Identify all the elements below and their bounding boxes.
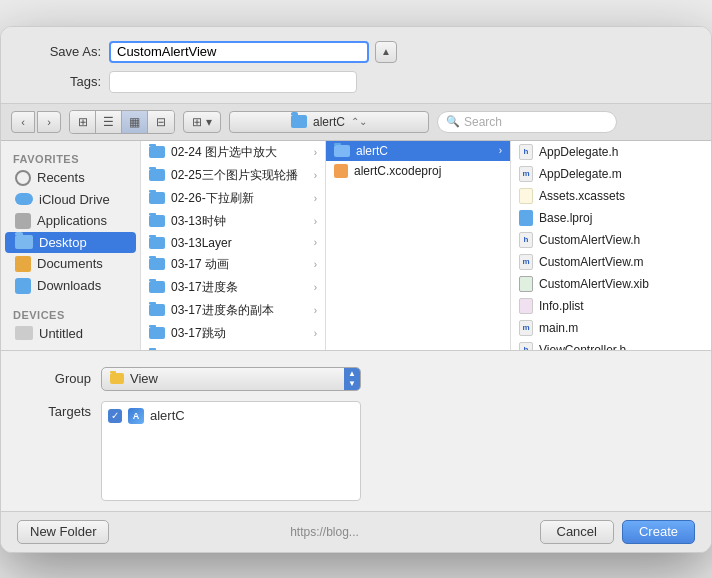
column-view-button[interactable]: ▦ [122, 111, 148, 133]
target-checkbox[interactable]: ✓ [108, 409, 122, 423]
list-item[interactable]: h ViewController.h [511, 339, 696, 350]
downloads-icon [15, 278, 31, 294]
sidebar-item-desktop[interactable]: Desktop [5, 232, 136, 253]
bottom-section: Group View ▲ ▼ Targets ✓ A [1, 351, 711, 511]
coverflow-icon: ⊟ [156, 115, 166, 129]
list-item[interactable]: alertC.xcodeproj [326, 161, 510, 181]
sidebar-item-recents[interactable]: Recents [5, 167, 136, 189]
list-item[interactable]: 03-13Layer › [141, 233, 325, 253]
footer: New Folder https://blog... Cancel Create [1, 511, 711, 552]
tags-label: Tags: [21, 74, 101, 89]
list-item[interactable]: 02-24 图片选中放大 › [141, 141, 325, 164]
devices-label: Devices [1, 305, 140, 323]
location-folder-icon [291, 115, 307, 128]
location-arrows-icon: ⌃⌄ [351, 116, 367, 127]
list-item[interactable]: 03-17进度条 › [141, 276, 325, 299]
list-item[interactable]: m main.m [511, 317, 696, 339]
list-item[interactable]: h CustomAlertView.h [511, 229, 696, 251]
list-item[interactable]: m CustomAlertView.m [511, 251, 696, 273]
list-item[interactable]: 02-25三个图片实现轮播 › [141, 164, 325, 187]
sidebar-item-documents[interactable]: Documents [5, 253, 136, 275]
list-item[interactable]: Assets.xcassets [511, 185, 696, 207]
forward-button[interactable]: › [37, 111, 61, 133]
sidebar-item-downloads[interactable]: Downloads [5, 275, 136, 297]
folder-icon [149, 192, 165, 204]
list-item[interactable]: 03-17 动画 › [141, 253, 325, 276]
sidebar-item-label: Recents [37, 170, 85, 185]
sidebar-item-icloud[interactable]: iCloud Drive [5, 189, 136, 210]
group-label: Group [21, 371, 91, 386]
h-file-icon: h [519, 232, 533, 248]
file-column-1: 02-24 图片选中放大 › 02-25三个图片实现轮播 › 02-26-下拉刷… [141, 141, 326, 350]
file-item-name: 03-17进度条的副本 [171, 302, 308, 319]
xib-icon [519, 276, 533, 292]
group-row: Group View ▲ ▼ [21, 367, 691, 391]
file-item-name: AppDelegate.m [539, 167, 688, 181]
arrange-button[interactable]: ⊞ ▾ [183, 111, 221, 133]
sidebar-item-label: Desktop [39, 235, 87, 250]
h-file-icon: h [519, 342, 533, 350]
list-item[interactable]: 03-19图形解锁 › [141, 345, 325, 350]
list-view-button[interactable]: ☰ [96, 111, 122, 133]
group-select[interactable]: View ▲ ▼ [101, 367, 361, 391]
grid-icon: ⊞ [78, 115, 88, 129]
recents-icon [15, 170, 31, 186]
disclosure-arrow-icon: › [314, 170, 317, 181]
folder-icon [149, 146, 165, 158]
new-folder-button[interactable]: New Folder [17, 520, 109, 544]
list-item[interactable]: alertC › [326, 141, 510, 161]
create-button[interactable]: Create [622, 520, 695, 544]
tags-input[interactable] [109, 71, 357, 93]
list-item[interactable]: Info.plist [511, 295, 696, 317]
top-bar: Save As: ▲ Tags: [1, 27, 711, 104]
list-item[interactable]: CustomAlertView.xib [511, 273, 696, 295]
documents-icon [15, 256, 31, 272]
file-browser: Favorites Recents iCloud Drive Applicati… [1, 141, 711, 351]
location-text: alertC [313, 115, 345, 129]
file-columns: 02-24 图片选中放大 › 02-25三个图片实现轮播 › 02-26-下拉刷… [141, 141, 711, 350]
list-item[interactable]: 03-17进度条的副本 › [141, 299, 325, 322]
disclosure-arrow-icon: › [314, 305, 317, 316]
footer-right-buttons: Cancel Create [540, 520, 696, 544]
desktop-folder-icon [15, 235, 33, 249]
cancel-button[interactable]: Cancel [540, 520, 614, 544]
list-item[interactable]: Base.lproj [511, 207, 696, 229]
save-as-input[interactable] [109, 41, 369, 63]
coverflow-view-button[interactable]: ⊟ [148, 111, 174, 133]
location-selector[interactable]: alertC ⌃⌄ [229, 111, 429, 133]
list-item[interactable]: 03-13时钟 › [141, 210, 325, 233]
search-box[interactable]: 🔍 Search [437, 111, 617, 133]
xcode-target-icon: A [128, 408, 144, 424]
file-item-name: Info.plist [539, 299, 688, 313]
icon-view-button[interactable]: ⊞ [70, 111, 96, 133]
sidebar-item-label: iCloud Drive [39, 192, 110, 207]
back-button[interactable]: ‹ [11, 111, 35, 133]
file-item-name: Base.lproj [539, 211, 688, 225]
folder-icon [149, 169, 165, 181]
folder-icon [149, 281, 165, 293]
xcassets-icon [519, 188, 533, 204]
sidebar-item-applications[interactable]: Applications [5, 210, 136, 232]
target-item: ✓ A alertC [108, 406, 354, 426]
m-file-icon: m [519, 320, 533, 336]
group-select-text: View [130, 371, 338, 386]
file-item-name: CustomAlertView.m [539, 255, 688, 269]
list-item[interactable]: 03-17跳动 › [141, 322, 325, 345]
sidebar-item-label: Applications [37, 213, 107, 228]
file-item-name: 03-19图形解锁 [171, 348, 308, 350]
list-item[interactable]: 02-26-下拉刷新 › [141, 187, 325, 210]
applications-icon [15, 213, 31, 229]
list-item[interactable]: h AppDelegate.h [511, 141, 696, 163]
disclosure-arrow-icon: › [314, 237, 317, 248]
column-icon: ▦ [129, 115, 140, 129]
m-file-icon: m [519, 254, 533, 270]
sidebar-item-untitled[interactable]: Untitled [5, 323, 136, 344]
file-item-name: Assets.xcassets [539, 189, 688, 203]
list-item[interactable]: m AppDelegate.m [511, 163, 696, 185]
disclosure-arrow-icon: › [314, 259, 317, 270]
file-item-name: 03-17 动画 [171, 256, 308, 273]
save-as-row: Save As: ▲ [21, 41, 691, 63]
file-item-name: 02-26-下拉刷新 [171, 190, 308, 207]
nav-buttons: ‹ › [11, 111, 61, 133]
expand-button[interactable]: ▲ [375, 41, 397, 63]
